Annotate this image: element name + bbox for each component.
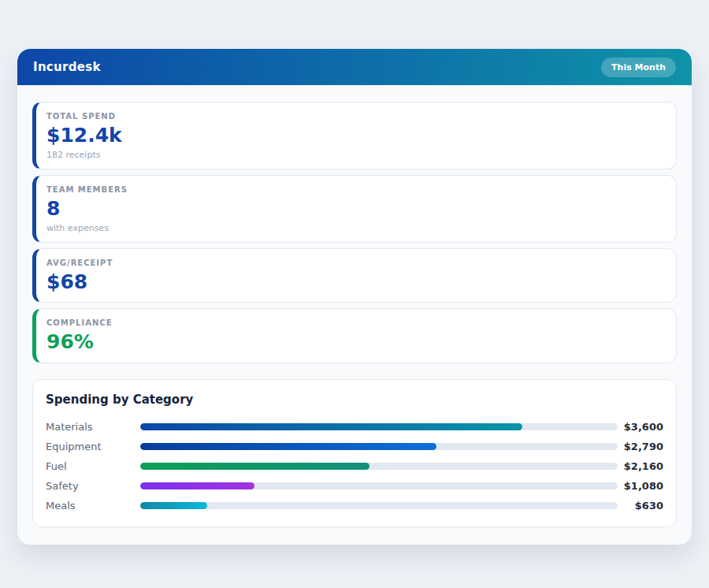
chart-title: Spending by Category xyxy=(46,393,663,407)
stat-value: $68 xyxy=(46,271,663,294)
chart-row-equipment: Equipment $2,790 xyxy=(46,437,663,456)
stat-subtext: 182 receipts xyxy=(46,150,663,160)
stat-label: AVG/RECEIPT xyxy=(46,259,663,267)
chart-row-meals: Meals $630 xyxy=(46,496,663,515)
bar-fill-equipment xyxy=(140,443,436,450)
stat-label: TEAM MEMBERS xyxy=(46,185,663,194)
bar-track xyxy=(140,423,618,430)
bar-fill-safety xyxy=(140,482,254,489)
bar-track xyxy=(140,502,618,509)
stat-value: $12.4k xyxy=(46,125,663,147)
bar-track xyxy=(140,463,618,470)
value-label: $2,790 xyxy=(618,441,663,452)
bar-fill-meals xyxy=(140,502,207,509)
value-label: $3,600 xyxy=(618,421,663,433)
value-label: $2,160 xyxy=(618,460,663,472)
period-badge[interactable]: This Month xyxy=(601,58,676,77)
stat-value: 8 xyxy=(46,198,663,221)
panel-body: TOTAL SPEND $12.4k 182 receipts TEAM MEM… xyxy=(17,85,692,545)
stat-card-compliance: COMPLIANCE 96% xyxy=(32,308,677,363)
category-label: Materials xyxy=(46,421,140,433)
app-header: Incurdesk This Month xyxy=(17,49,692,85)
chart-row-materials: Materials $3,600 xyxy=(46,417,663,437)
stat-value: 96% xyxy=(46,331,663,354)
bar-fill-fuel xyxy=(140,463,369,470)
category-label: Safety xyxy=(46,480,140,492)
category-label: Fuel xyxy=(46,460,140,472)
stat-label: TOTAL SPEND xyxy=(46,112,663,121)
stat-card-total-spend: TOTAL SPEND $12.4k 182 receipts xyxy=(32,102,677,169)
stat-label: COMPLIANCE xyxy=(46,318,663,327)
bar-fill-materials xyxy=(140,423,522,430)
stat-subtext: with expenses xyxy=(46,223,663,233)
value-label: $1,080 xyxy=(618,480,663,492)
category-label: Meals xyxy=(46,500,140,512)
spending-by-category-card: Spending by Category Materials $3,600 Eq… xyxy=(32,379,677,527)
bar-track xyxy=(140,443,618,450)
app-title: Incurdesk xyxy=(33,60,101,74)
chart-row-fuel: Fuel $2,160 xyxy=(46,456,663,476)
dashboard-panel: Incurdesk This Month TOTAL SPEND $12.4k … xyxy=(17,49,692,545)
category-label: Equipment xyxy=(46,441,140,452)
stat-card-avg-receipt: AVG/RECEIPT $68 xyxy=(32,248,677,303)
chart-row-safety: Safety $1,080 xyxy=(46,476,663,496)
value-label: $630 xyxy=(618,500,663,512)
stat-card-team-members: TEAM MEMBERS 8 with expenses xyxy=(32,175,677,243)
bar-track xyxy=(140,482,618,489)
